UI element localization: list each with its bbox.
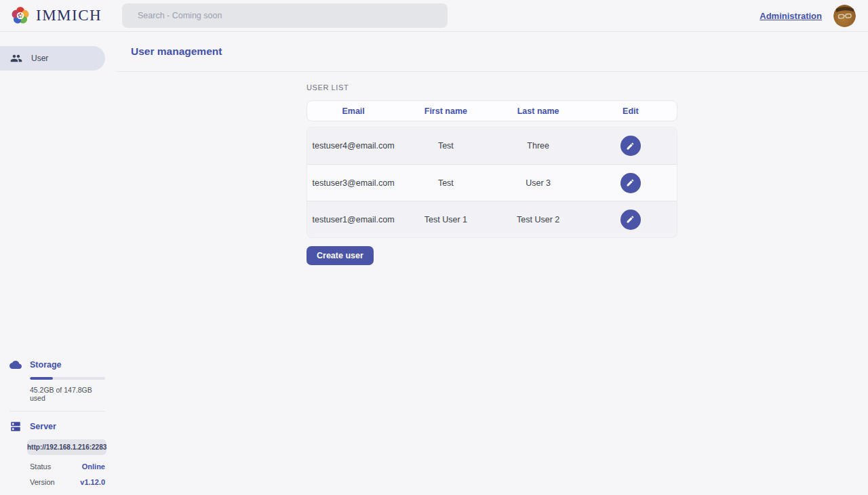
edit-user-button[interactable] xyxy=(620,210,641,230)
column-header-last-name: Last name xyxy=(492,106,585,116)
pencil-icon xyxy=(626,142,635,151)
app-title: IMMICH xyxy=(36,7,102,24)
create-user-button[interactable]: Create user xyxy=(307,246,374,265)
user-list-section: USER LIST EmailFirst nameLast nameEdit t… xyxy=(307,83,677,265)
column-header-edit: Edit xyxy=(585,106,677,116)
table-header: EmailFirst nameLast nameEdit xyxy=(307,100,677,121)
status-label: Status xyxy=(30,462,51,471)
cell-first-name: Test User 1 xyxy=(399,215,492,224)
server-title: Server xyxy=(30,422,56,431)
storage-progress-bar xyxy=(30,377,105,380)
cell-first-name: Test xyxy=(399,141,492,151)
users-icon xyxy=(10,52,22,64)
cell-first-name: Test xyxy=(399,178,492,188)
storage-usage-text: 45.2GB of 147.8GB used xyxy=(30,386,105,402)
table-row: testuser1@email.comTest User 1Test User … xyxy=(307,201,677,237)
user-table: testuser4@email.comTestThreetestuser3@em… xyxy=(307,127,677,238)
sidebar-item-label: User xyxy=(31,54,48,63)
storage-title: Storage xyxy=(30,360,62,370)
cell-last-name: Three xyxy=(492,141,585,151)
edit-user-button[interactable] xyxy=(620,136,641,156)
status-value: Online xyxy=(82,462,105,471)
column-header-first-name: First name xyxy=(399,106,492,116)
server-url-chip: http://192.168.1.216:2283 xyxy=(27,439,106,455)
app-header: IMMICH Search - Coming soon Administrati… xyxy=(0,0,868,32)
storage-progress-fill xyxy=(30,377,53,380)
cell-email: testuser1@email.com xyxy=(307,215,399,224)
table-row: testuser3@email.comTestUser 3 xyxy=(307,164,677,201)
immich-app: IMMICH Search - Coming soon Administrati… xyxy=(0,0,868,495)
cloud-icon xyxy=(9,359,22,371)
sidebar-item-user[interactable]: User xyxy=(0,46,105,71)
cell-email: testuser3@email.com xyxy=(307,178,399,188)
cell-last-name: Test User 2 xyxy=(492,215,585,224)
sidebar: User Storage 45.2GB of 147.8 xyxy=(0,32,116,495)
server-icon xyxy=(9,420,22,433)
storage-panel: Storage 45.2GB of 147.8GB used xyxy=(9,359,105,402)
table-row: testuser4@email.comTestThree xyxy=(307,127,677,164)
main-content: User management USER LIST EmailFirst nam… xyxy=(116,32,868,495)
search-bar[interactable]: Search - Coming soon xyxy=(122,3,448,28)
page-title-bar: User management xyxy=(116,32,868,72)
sidebar-footer: Storage 45.2GB of 147.8GB used xyxy=(0,359,116,495)
server-panel: Server http://192.168.1.216:2283 Status … xyxy=(9,420,105,486)
pencil-icon xyxy=(626,178,635,187)
column-header-email: Email xyxy=(307,106,399,116)
administration-link[interactable]: Administration xyxy=(760,11,822,21)
cell-edit xyxy=(585,173,677,193)
content-area: USER LIST EmailFirst nameLast nameEdit t… xyxy=(116,72,868,265)
cell-last-name: User 3 xyxy=(492,178,585,188)
pencil-icon xyxy=(626,215,635,224)
cell-edit xyxy=(585,210,677,230)
app-body: User Storage 45.2GB of 147.8 xyxy=(0,32,868,495)
edit-user-button[interactable] xyxy=(620,173,641,193)
user-avatar[interactable] xyxy=(833,5,856,27)
version-value: v1.12.0 xyxy=(80,478,105,486)
immich-flower-icon xyxy=(10,5,31,26)
version-label: Version xyxy=(30,478,55,486)
avatar-photo xyxy=(833,5,856,27)
cell-email: testuser4@email.com xyxy=(307,141,399,151)
app-logo[interactable]: IMMICH xyxy=(0,5,102,26)
server-status-row: Status Online xyxy=(30,462,105,471)
sidebar-divider xyxy=(9,411,105,412)
header-right: Administration xyxy=(760,5,868,27)
cell-edit xyxy=(585,136,677,156)
server-version-row: Version v1.12.0 xyxy=(30,478,105,486)
page-title: User management xyxy=(131,45,222,58)
section-label: USER LIST xyxy=(307,83,677,92)
search-placeholder: Search - Coming soon xyxy=(138,11,222,20)
